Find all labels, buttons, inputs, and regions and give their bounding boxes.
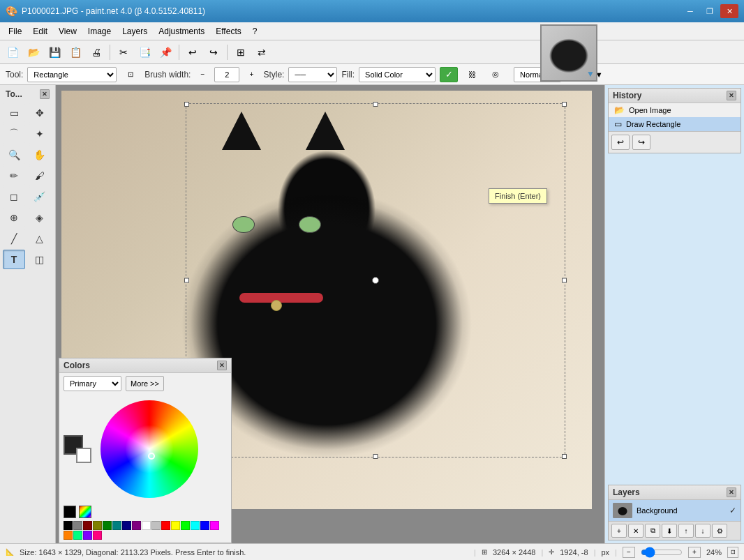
palette-springgreen[interactable]: [73, 531, 82, 540]
black-swatch[interactable]: [64, 506, 76, 518]
tool-eraser[interactable]: ◻: [3, 187, 25, 206]
brush-plus-button[interactable]: +: [244, 67, 259, 82]
grid-button[interactable]: ⊞: [231, 43, 251, 62]
layer-visible-checkbox[interactable]: ✓: [729, 506, 736, 515]
colors-more-button[interactable]: More >>: [126, 376, 164, 391]
palette-silver[interactable]: [151, 521, 161, 530]
color-wheel-cursor[interactable]: [148, 453, 155, 460]
tool-recolor[interactable]: ◈: [29, 208, 51, 227]
layer-properties-button[interactable]: ⚙: [712, 524, 727, 538]
redo-button[interactable]: ↪: [204, 43, 223, 62]
layer-delete-button[interactable]: ✕: [628, 524, 643, 538]
palette-lime[interactable]: [181, 521, 190, 530]
new-button[interactable]: 📄: [3, 43, 22, 62]
print-button[interactable]: 🖨: [87, 43, 106, 62]
palette-violet[interactable]: [83, 531, 92, 540]
tool-magic-wand[interactable]: ✦: [29, 124, 51, 144]
menu-layers[interactable]: Layers: [117, 24, 153, 38]
color-wheel-container[interactable]: [97, 397, 202, 501]
layers-close-button[interactable]: ✕: [727, 487, 736, 497]
thumbnail-expand-arrow[interactable]: ▼: [586, 69, 595, 79]
tool-color-picker[interactable]: 💉: [29, 187, 51, 206]
brush-width-input[interactable]: [214, 67, 239, 82]
palette-navy[interactable]: [122, 521, 131, 530]
palette-darkred[interactable]: [83, 521, 92, 530]
tool-line[interactable]: ╱: [3, 229, 25, 248]
history-item-open[interactable]: 📂 Open Image: [609, 103, 741, 117]
restore-button[interactable]: ❐: [701, 4, 719, 18]
history-redo-button[interactable]: ↪: [632, 135, 650, 150]
zoom-slider[interactable]: [641, 548, 683, 557]
antialiasing-button[interactable]: ◎: [486, 65, 505, 84]
menu-effects[interactable]: Effects: [210, 24, 246, 38]
menu-file[interactable]: File: [3, 24, 27, 38]
tool-move[interactable]: ✥: [29, 103, 51, 123]
colors-close-button[interactable]: ✕: [217, 361, 227, 370]
palette-white[interactable]: [142, 521, 151, 530]
zoom-fit-button[interactable]: ⊡: [727, 547, 738, 558]
palette-cyan[interactable]: [191, 521, 200, 530]
palette-black[interactable]: [64, 521, 73, 530]
tool-rectangle-select[interactable]: ▭: [3, 103, 25, 123]
menu-adjustments[interactable]: Adjustments: [153, 24, 210, 38]
finish-button[interactable]: ✓: [440, 67, 458, 82]
layer-item-background[interactable]: Background ✓: [609, 500, 741, 521]
history-item-draw-rect[interactable]: ▭ Draw Rectangle: [609, 117, 741, 131]
save-as-button[interactable]: 📋: [66, 43, 85, 62]
zoom-in-button[interactable]: +: [688, 547, 701, 558]
tool-zoom[interactable]: 🔍: [3, 145, 25, 165]
tool-text[interactable]: T: [3, 250, 25, 269]
layer-duplicate-button[interactable]: ⧉: [645, 524, 660, 538]
zoom-out-button[interactable]: −: [623, 547, 635, 558]
close-button[interactable]: ✕: [720, 4, 738, 18]
tool-pan[interactable]: ✋: [29, 145, 51, 165]
paste-button[interactable]: 📌: [156, 43, 175, 62]
menu-help[interactable]: ?: [247, 24, 263, 38]
menu-edit[interactable]: Edit: [27, 24, 53, 38]
history-close-button[interactable]: ✕: [727, 91, 736, 100]
rainbow-swatch[interactable]: [79, 506, 91, 518]
tools-close-button[interactable]: ✕: [40, 89, 50, 99]
palette-blue[interactable]: [200, 521, 209, 530]
color-wheel[interactable]: [101, 400, 198, 498]
tool-gradient[interactable]: ◫: [29, 250, 51, 269]
link-button[interactable]: ⛓: [462, 65, 482, 84]
style-select[interactable]: ── - - ···: [288, 67, 337, 82]
save-button[interactable]: 💾: [45, 43, 64, 62]
layer-add-button[interactable]: +: [611, 524, 627, 538]
palette-teal[interactable]: [112, 521, 121, 530]
palette-red[interactable]: [161, 521, 170, 530]
tool-pencil[interactable]: ✏: [3, 166, 25, 186]
brush-minus-button[interactable]: −: [195, 67, 210, 82]
history-undo-button[interactable]: ↩: [611, 135, 630, 150]
tool-select[interactable]: Rectangle Ellipse Rounded Rectangle: [27, 67, 117, 82]
palette-purple[interactable]: [132, 521, 141, 530]
palette-orange[interactable]: [64, 531, 73, 540]
layer-merge-button[interactable]: ⬇: [662, 524, 677, 538]
menu-image[interactable]: Image: [82, 24, 117, 38]
tool-lasso[interactable]: ⌒: [3, 124, 25, 144]
open-button[interactable]: 📂: [24, 43, 43, 62]
cut-button[interactable]: ✂: [114, 43, 133, 62]
palette-olive[interactable]: [93, 521, 102, 530]
palette-rose[interactable]: [93, 531, 102, 540]
tool-clone[interactable]: ⊕: [3, 208, 25, 227]
tool-shapes[interactable]: △: [29, 229, 51, 248]
layer-move-up-button[interactable]: ↑: [678, 524, 694, 538]
undo-button[interactable]: ↩: [183, 43, 202, 62]
tool-mode-button[interactable]: ⊡: [121, 65, 140, 84]
palette-yellow[interactable]: [171, 521, 180, 530]
palette-green[interactable]: [103, 521, 112, 530]
fill-select[interactable]: Solid Color No Fill Bitmap: [359, 67, 436, 82]
palette-gray[interactable]: [73, 521, 82, 530]
tool-brush[interactable]: 🖌: [29, 166, 51, 186]
color-swatches-area: [59, 394, 231, 504]
minimize-button[interactable]: ─: [681, 4, 699, 18]
color-mode-select[interactable]: Primary Secondary: [64, 376, 121, 391]
copy-button[interactable]: 📑: [135, 43, 154, 62]
palette-magenta[interactable]: [210, 521, 219, 530]
layer-move-down-button[interactable]: ↓: [695, 524, 710, 538]
move-selection-button[interactable]: ⇄: [252, 43, 271, 62]
secondary-color-swatch[interactable]: [76, 448, 91, 463]
menu-view[interactable]: View: [53, 24, 82, 38]
